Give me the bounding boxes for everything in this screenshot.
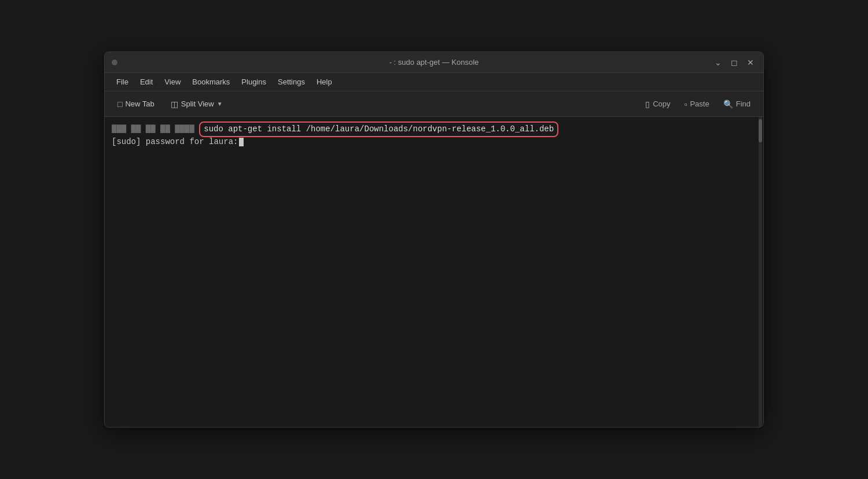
menu-edit[interactable]: Edit (135, 75, 157, 89)
new-tab-label: New Tab (125, 100, 154, 108)
menubar: File Edit View Bookmarks Plugins Setting… (105, 73, 763, 91)
new-tab-icon: □ (117, 100, 122, 109)
terminal-password-prompt: [sudo] password for laura: (112, 137, 238, 146)
copy-icon: ▯ (645, 100, 650, 109)
find-label: Find (736, 100, 751, 108)
toolbar: □ New Tab ◫ Split View ▼ ▯ Copy ▫ Paste … (105, 91, 763, 117)
scrollbar-thumb[interactable] (759, 119, 762, 142)
menu-file[interactable]: File (112, 75, 133, 89)
titlebar: - : sudo apt-get — Konsole ⌄ ◻ ✕ (105, 52, 763, 73)
paste-icon: ▫ (684, 100, 687, 109)
close-button[interactable]: ✕ (745, 58, 756, 67)
minimize-button[interactable]: ⌄ (712, 58, 724, 67)
split-view-button[interactable]: ◫ Split View ▼ (165, 97, 229, 112)
split-view-icon: ◫ (171, 100, 178, 109)
split-view-arrow-icon: ▼ (217, 101, 223, 107)
find-button[interactable]: 🔍 Find (718, 97, 756, 112)
paste-label: Paste (690, 100, 709, 108)
terminal-line-1: ███ ██ ██ ██ ████ sudo apt-get install /… (112, 121, 756, 137)
terminal-area[interactable]: ███ ██ ██ ██ ████ sudo apt-get install /… (105, 117, 763, 427)
konsole-window: - : sudo apt-get — Konsole ⌄ ◻ ✕ File Ed… (104, 51, 764, 428)
scrollbar[interactable] (759, 117, 762, 427)
window-title: - : sudo apt-get — Konsole (389, 58, 479, 67)
maximize-button[interactable]: ◻ (729, 58, 740, 67)
new-tab-button[interactable]: □ New Tab (112, 97, 160, 112)
terminal-line-2: [sudo] password for laura: (112, 137, 756, 146)
copy-label: Copy (653, 100, 670, 108)
menu-plugins[interactable]: Plugins (237, 75, 271, 89)
find-icon: 🔍 (723, 100, 733, 109)
terminal-prompt: ███ ██ ██ ██ ████ (112, 123, 194, 135)
toolbar-right: ▯ Copy ▫ Paste 🔍 Find (639, 97, 756, 112)
copy-button[interactable]: ▯ Copy (639, 97, 676, 112)
menu-bookmarks[interactable]: Bookmarks (187, 75, 234, 89)
terminal-cursor (239, 138, 244, 146)
titlebar-left (112, 60, 117, 65)
titlebar-dot (112, 60, 117, 65)
menu-settings[interactable]: Settings (273, 75, 310, 89)
split-view-label: Split View (181, 100, 214, 108)
menu-help[interactable]: Help (312, 75, 337, 89)
titlebar-controls: ⌄ ◻ ✕ (712, 58, 756, 67)
terminal-command: sudo apt-get install /home/laura/Downloa… (199, 121, 558, 137)
terminal-prompt-suffix (194, 123, 199, 135)
menu-view[interactable]: View (160, 75, 185, 89)
paste-button[interactable]: ▫ Paste (678, 97, 715, 112)
